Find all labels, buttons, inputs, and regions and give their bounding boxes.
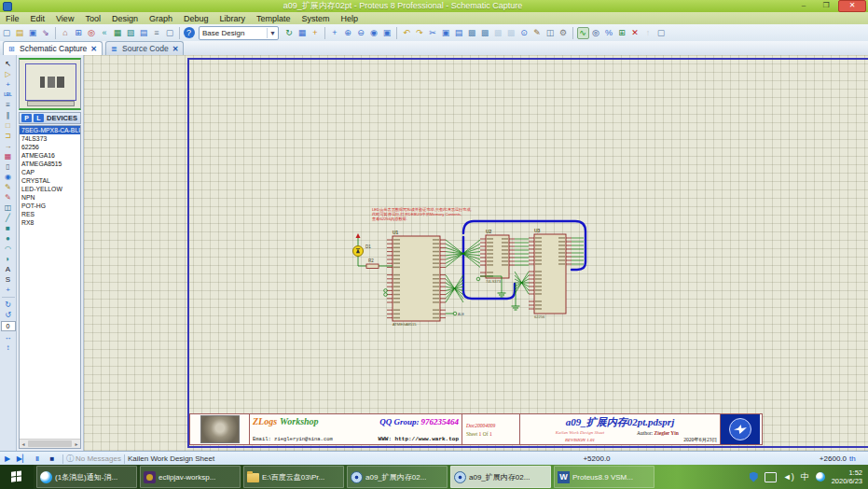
redraw-display-button[interactable]: ↻ (283, 27, 296, 39)
taskbar-clock[interactable]: 1:52 2020/6/23 (832, 468, 862, 486)
tab-close-icon[interactable]: ✕ (172, 45, 179, 53)
rotation-angle-field[interactable]: 0 (1, 321, 16, 331)
device-item[interactable]: LED-YELLOW (20, 185, 80, 193)
text-script-mode-button[interactable]: ≡ (1, 100, 15, 110)
terminals-mode-button[interactable]: ⊐ (1, 131, 15, 141)
new-root-sheet-button[interactable]: ⊞ (616, 27, 628, 39)
stop-button[interactable]: ■ (45, 454, 60, 463)
flip-horizontal-button[interactable]: ↔ (1, 332, 15, 342)
text-tool-button[interactable]: A (1, 264, 15, 274)
wire-label-mode-button[interactable]: LBL (1, 90, 15, 100)
help-button[interactable]: ? (184, 27, 195, 38)
device-item[interactable]: POT-HG (20, 202, 80, 210)
chevron-down-icon[interactable]: ▼ (267, 28, 278, 38)
circle-tool-button[interactable]: ● (1, 233, 15, 244)
task-folder[interactable]: E:\百度云盘03\Pr... (243, 466, 344, 488)
menu-debug[interactable]: Debug (178, 13, 214, 24)
3d-visualizer-button[interactable]: ▧ (125, 27, 137, 39)
cut-button[interactable]: ✂ (427, 27, 439, 39)
step-button[interactable]: ▶▏ (15, 454, 30, 463)
tab-close-icon[interactable]: ✕ (90, 45, 97, 53)
pick-device-button[interactable]: P (21, 114, 32, 122)
design-explorer-button[interactable]: ▦ (112, 27, 124, 39)
task-word[interactable]: WProteus8.9 VSM... (554, 466, 654, 488)
device-pins-mode-button[interactable]: → (1, 141, 15, 151)
menu-edit[interactable]: Edit (25, 13, 51, 24)
arc-tool-button[interactable]: ◠ (1, 244, 15, 254)
device-item[interactable]: RX8 (20, 218, 80, 227)
marker-tool-button[interactable]: + (1, 285, 15, 295)
close-button[interactable]: ✕ (838, 0, 866, 12)
graph-mode-button[interactable]: ▦ (1, 151, 15, 161)
speaker-icon[interactable]: ◄) (783, 472, 794, 482)
tab-schematic-capture[interactable]: ⊞ Schematic Capture ✕ (3, 41, 103, 55)
scrollbar-thumb[interactable] (28, 440, 72, 447)
block-move-button[interactable]: ▩ (479, 27, 491, 39)
undo-button[interactable]: ↶ (401, 27, 413, 39)
task-proteus-1[interactable]: a09_扩展内存02... (347, 466, 448, 488)
device-item[interactable]: 74LS373 (20, 134, 80, 143)
task-eclipse[interactable]: eclipjav-worksp... (140, 466, 241, 488)
menu-system[interactable]: System (296, 13, 336, 24)
voltage-probe-mode-button[interactable]: ✎ (1, 182, 15, 192)
save-project-button[interactable]: ▣ (27, 27, 39, 39)
zoom-area-button[interactable]: ▣ (381, 27, 393, 39)
line-tool-button[interactable]: ╱ (1, 213, 15, 223)
device-item[interactable]: ATMEGA8515 (20, 160, 80, 168)
menu-library[interactable]: Library (214, 13, 251, 24)
device-list-hscrollbar[interactable]: ◂ ▸ (20, 439, 80, 448)
menu-design[interactable]: Design (106, 13, 144, 24)
new-project-button[interactable]: ▢ (1, 27, 13, 39)
pcb-layout-button[interactable]: ◎ (86, 27, 98, 39)
selection-mode-button[interactable]: ↖ (1, 59, 15, 69)
generator-mode-button[interactable]: ◉ (1, 172, 15, 182)
device-item[interactable]: 7SEG-MPX8-CA-BLUE (20, 126, 80, 134)
menu-file[interactable]: File (0, 13, 25, 24)
tab-source-code[interactable]: ≣ Source Code ✕ (105, 41, 184, 55)
pan-view-button[interactable]: + (329, 27, 341, 39)
zoom-all-button[interactable]: ◉ (368, 27, 380, 39)
security-shield-icon[interactable] (750, 472, 758, 482)
box-tool-button[interactable]: ■ (1, 223, 15, 233)
menu-template[interactable]: Template (251, 13, 296, 24)
false-origin-button[interactable]: + (310, 27, 322, 39)
task-qq-browser[interactable]: (1条消息)通知-消... (36, 466, 137, 488)
copy-button[interactable]: ▣ (440, 27, 452, 39)
menu-tool[interactable]: Tool (79, 13, 106, 24)
overview-panel[interactable] (19, 58, 81, 110)
device-item[interactable]: ATMEGA16 (20, 151, 80, 160)
schematic-canvas[interactable]: LED点亮表示数据写和读并验证完毕,只有此演示运行完成,此时可暂停运行,打开DE… (84, 55, 868, 451)
qq-tray-icon[interactable] (816, 472, 825, 482)
pause-button[interactable]: ‖ (30, 454, 45, 463)
current-probe-mode-button[interactable]: ✎ (1, 192, 15, 203)
task-proteus-2[interactable]: a09_扩展内存02... (450, 466, 551, 488)
menu-view[interactable]: View (50, 13, 79, 24)
subcircuit-mode-button[interactable]: □ (1, 120, 15, 131)
scroll-left-icon[interactable]: ◂ (20, 440, 27, 447)
component-mode-button[interactable]: ▷ (1, 69, 15, 79)
device-item[interactable]: NPN (20, 193, 80, 202)
flip-vertical-button[interactable]: ↕ (1, 342, 15, 353)
menu-graph[interactable]: Graph (144, 13, 178, 24)
rotate-clockwise-button[interactable]: ↻ (1, 300, 15, 310)
open-project-button[interactable]: ▤ (14, 27, 26, 39)
goto-sheet-button[interactable]: ▢ (655, 27, 668, 39)
zoom-out-button[interactable]: ⊖ (355, 27, 367, 39)
wire-autorouter-button[interactable]: ∿ (577, 27, 589, 39)
ime-indicator[interactable]: 中 (801, 471, 809, 483)
find-component-button[interactable]: ⊙ (518, 27, 530, 39)
project-notes-button[interactable]: ≡ (151, 27, 163, 39)
virtual-instruments-mode-button[interactable]: ◫ (1, 203, 15, 213)
rotate-anticlockwise-button[interactable]: ↺ (1, 310, 15, 320)
zoom-in-button[interactable]: ⊕ (342, 27, 354, 39)
make-device-button[interactable]: ✎ (531, 27, 544, 39)
packaging-tool-button[interactable]: ◫ (544, 27, 557, 39)
device-item[interactable]: CRYSTAL (20, 176, 80, 185)
block-copy-button[interactable]: ▩ (466, 27, 478, 39)
minimize-button[interactable]: – (793, 1, 814, 11)
design-selector[interactable]: Base Design ▼ (199, 26, 279, 40)
tape-recorder-mode-button[interactable]: ▯ (1, 161, 15, 172)
decompose-button[interactable]: ⚙ (558, 27, 570, 39)
device-item[interactable]: 62256 (20, 143, 80, 151)
symbol-tool-button[interactable]: S (1, 274, 15, 285)
